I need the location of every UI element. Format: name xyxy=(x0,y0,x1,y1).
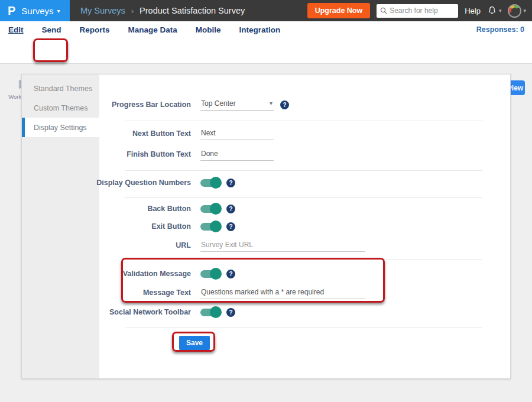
field-label: URL xyxy=(48,241,191,249)
toggle-knob xyxy=(210,221,222,232)
chevron-down-icon: ▾ xyxy=(499,8,502,14)
search-icon xyxy=(380,7,387,14)
exit-button-row: Exit Button ? xyxy=(48,219,235,234)
notifications-bell[interactable]: ▾ xyxy=(487,5,502,16)
topbar-right: Upgrade Now Help ▾ ▾ xyxy=(307,3,532,18)
product-menu-label: Surveys xyxy=(21,6,53,16)
field-label: Validation Message xyxy=(48,270,191,278)
avatar xyxy=(508,4,521,18)
field-label: Message Text xyxy=(48,288,191,297)
toggle-knob xyxy=(210,306,222,318)
toggle-knob xyxy=(210,203,222,215)
chevron-down-icon: ▾ xyxy=(270,100,273,106)
help-icon[interactable]: ? xyxy=(226,205,235,213)
nav-tab-manage-data[interactable]: Manage Data xyxy=(128,25,177,34)
nav-tab-mobile[interactable]: Mobile xyxy=(196,25,221,34)
finish-button-text-row: Finish Button Text xyxy=(48,147,274,161)
upgrade-now-button[interactable]: Upgrade Now xyxy=(307,3,371,18)
display-question-numbers-row: Display Question Numbers ? xyxy=(48,176,235,190)
top-bar: P Surveys ▾ My Surveys › Product Satisfa… xyxy=(0,0,532,21)
nav-tab-edit[interactable]: Edit xyxy=(8,25,24,34)
progress-bar-location-select[interactable]: Top Center ▾ xyxy=(200,99,274,111)
field-label: Back Button xyxy=(48,205,191,213)
help-icon[interactable]: ? xyxy=(226,179,235,187)
bell-icon xyxy=(487,5,497,16)
breadcrumb-separator-icon: › xyxy=(131,7,134,15)
survey-nav: Edit Send Reports Manage Data Mobile Int… xyxy=(0,21,532,38)
next-button-text-row: Next Button Text xyxy=(48,127,274,141)
chevron-down-icon: ▾ xyxy=(57,8,60,14)
back-button-row: Back Button ? xyxy=(48,202,235,216)
divider xyxy=(125,170,482,171)
progress-bar-location-row: Progress Bar Location Top Center ▾ ? xyxy=(48,98,289,112)
questionpro-logo: P xyxy=(8,4,15,18)
divider xyxy=(125,259,482,260)
field-label: Display Question Numbers xyxy=(48,179,191,187)
avatar-gauge-icon xyxy=(511,8,518,14)
help-icon[interactable]: ? xyxy=(226,308,235,317)
message-text-row: Message Text xyxy=(48,286,365,300)
edit-toolbar: Workspace Design Languages Security Medi… xyxy=(0,38,532,64)
field-label: Social Network Toolbar xyxy=(48,308,191,316)
message-text-input[interactable] xyxy=(200,287,365,299)
validation-message-toggle[interactable] xyxy=(200,270,220,278)
survey-exit-url-input[interactable] xyxy=(200,239,365,252)
field-label: Exit Button xyxy=(48,222,191,231)
finish-button-text-input[interactable] xyxy=(200,148,274,161)
validation-message-row: Validation Message ? xyxy=(48,267,235,281)
help-icon[interactable]: ? xyxy=(280,100,289,109)
exit-button-toggle[interactable] xyxy=(200,223,220,231)
logo-area[interactable]: P Surveys ▾ xyxy=(0,0,70,21)
sidebar-item-standard-themes[interactable]: Standard Themes xyxy=(22,79,99,98)
field-label: Next Button Text xyxy=(48,129,191,138)
divider xyxy=(125,197,482,198)
toggle-knob xyxy=(210,177,222,189)
chevron-down-icon: ▾ xyxy=(523,8,526,14)
divider xyxy=(125,121,482,121)
social-network-toolbar-row: Social Network Toolbar ? xyxy=(48,305,235,319)
breadcrumb-current-survey: Product Satisfaction Survey xyxy=(140,6,245,15)
exit-url-row: URL xyxy=(48,238,365,252)
help-icon[interactable]: ? xyxy=(226,270,235,278)
back-button-toggle[interactable] xyxy=(200,205,220,213)
next-button-text-input[interactable] xyxy=(200,128,274,140)
toggle-knob xyxy=(210,268,222,280)
responses-count: Responses: 0 xyxy=(476,25,524,34)
breadcrumb-my-surveys[interactable]: My Surveys xyxy=(80,6,125,15)
surveys-product-menu[interactable]: Surveys ▾ xyxy=(21,6,60,16)
sidebar-item-label: Standard Themes xyxy=(34,85,92,93)
help-link[interactable]: Help xyxy=(465,7,481,15)
field-label: Finish Button Text xyxy=(48,150,191,158)
design-settings-panel: Standard Themes Custom Themes Display Se… xyxy=(21,74,511,379)
nav-tab-send[interactable]: Send xyxy=(42,25,61,34)
help-search-input[interactable] xyxy=(390,7,452,15)
help-search-box[interactable] xyxy=(377,4,458,18)
account-menu[interactable]: ▾ xyxy=(508,4,526,18)
display-question-numbers-toggle[interactable] xyxy=(200,179,220,187)
save-button[interactable]: Save xyxy=(179,336,210,350)
nav-tab-reports[interactable]: Reports xyxy=(80,25,110,34)
selected-value: Top Center xyxy=(201,99,236,108)
help-icon[interactable]: ? xyxy=(226,222,235,231)
divider xyxy=(125,328,482,328)
field-label: Progress Bar Location xyxy=(48,100,191,109)
breadcrumb: My Surveys › Product Satisfaction Survey xyxy=(80,6,245,15)
nav-tab-integration[interactable]: Integration xyxy=(239,25,281,34)
social-network-toolbar-toggle[interactable] xyxy=(200,309,220,316)
